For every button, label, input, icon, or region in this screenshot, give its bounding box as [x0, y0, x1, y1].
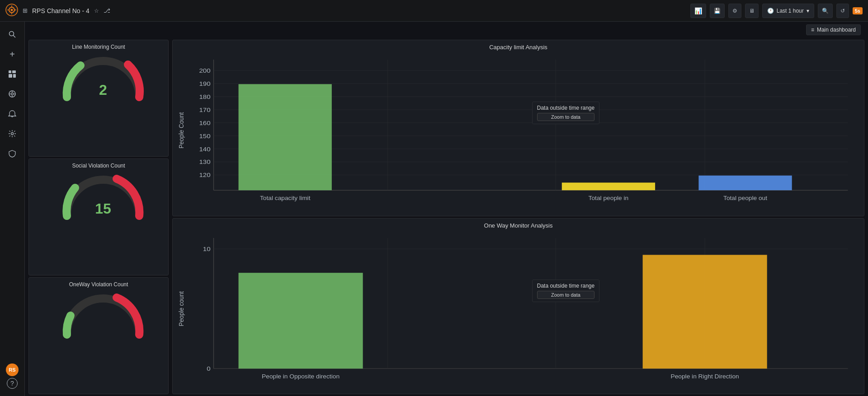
tooltip-text-oneway: Data outside time range	[537, 283, 594, 289]
star-icon[interactable]: ☆	[94, 8, 99, 14]
sidebar-item-explore[interactable]	[3, 85, 21, 103]
svg-text:People count: People count	[178, 291, 185, 326]
sidebar-item-search[interactable]	[3, 25, 21, 43]
oneway-tooltip: Data outside time range Zoom to data	[532, 280, 599, 302]
svg-point-19	[11, 133, 14, 135]
svg-rect-47	[562, 182, 655, 190]
add-panel-icon: 📊	[694, 7, 702, 14]
panel-oneway-violation: OneWay Violation Count	[28, 277, 169, 394]
grafana-logo[interactable]	[5, 4, 18, 18]
tooltip-text-capacity: Data outside time range	[537, 105, 594, 111]
svg-line-8	[13, 35, 15, 37]
svg-text:Total capacity limit: Total capacity limit	[260, 195, 311, 201]
time-range-label: Last 1 hour	[777, 8, 804, 14]
main-dashboard-label: Main dashboard	[817, 27, 856, 33]
svg-text:People Count: People Count	[178, 112, 185, 149]
chart-area-capacity: 200 190 180 170 160 150 140 130 120 Peop…	[176, 54, 860, 212]
sidebar-item-settings[interactable]	[3, 125, 21, 143]
gear-icon: ⚙	[732, 8, 737, 14]
panel-capacity-limit: Capacity limit Analysis	[172, 40, 864, 216]
svg-text:200: 200	[199, 67, 210, 74]
chart-title-oneway: One Way Monitor Analysis	[176, 222, 860, 229]
tv-btn[interactable]: 🖥	[745, 4, 759, 18]
grid-icon: ⊞	[23, 7, 28, 14]
sidebar-item-alerting[interactable]	[3, 105, 21, 123]
svg-rect-63	[643, 255, 767, 368]
gauge-line-monitoring: 2	[58, 52, 139, 97]
panels-container: Line Monitoring Count 2	[25, 38, 868, 396]
save-btn[interactable]: 💾	[710, 4, 725, 18]
panel-social-violation: Social Violation Count 15	[28, 158, 169, 275]
svg-text:140: 140	[199, 145, 210, 152]
dashboard-title: RPS Channel No - 4	[32, 7, 90, 14]
zoom-btn[interactable]: 🔍	[818, 4, 833, 18]
panel-title-social-violation: Social Violation Count	[72, 163, 125, 169]
svg-rect-10	[12, 70, 16, 73]
panel-oneway-monitor: One Way Monitor Analysis	[172, 218, 864, 395]
panel-title-oneway-violation: OneWay Violation Count	[69, 281, 128, 288]
svg-text:170: 170	[199, 107, 210, 113]
right-panels: Capacity limit Analysis	[172, 40, 864, 394]
svg-rect-11	[9, 74, 12, 78]
svg-rect-48	[698, 176, 792, 191]
svg-rect-46	[239, 84, 332, 190]
refresh-btn[interactable]: ↺	[836, 4, 849, 18]
sidebar: +	[0, 22, 25, 396]
refresh-icon: ↺	[840, 8, 845, 14]
zoom-to-data-capacity-btn[interactable]: Zoom to data	[537, 113, 594, 121]
topbar-icons: 📊 💾 ⚙ 🖥 🕐 Last 1 hour ▾ 🔍 ↺ 5s	[690, 4, 863, 18]
main-dashboard-btn[interactable]: ≡ Main dashboard	[806, 24, 861, 35]
chevron-down-icon: ▾	[807, 8, 809, 14]
svg-text:160: 160	[199, 120, 210, 126]
svg-rect-9	[9, 70, 11, 73]
sub-header: ≡ Main dashboard	[25, 22, 868, 38]
svg-text:Total people out: Total people out	[723, 195, 767, 201]
gauge-oneway-violation	[58, 289, 139, 335]
save-icon: 💾	[714, 8, 721, 14]
svg-text:Total people in: Total people in	[589, 195, 629, 201]
capacity-tooltip: Data outside time range Zoom to data	[532, 102, 599, 124]
refresh-interval[interactable]: 5s	[853, 7, 863, 14]
share-icon[interactable]: ⎇	[104, 7, 110, 14]
time-range-btn[interactable]: 🕐 Last 1 hour ▾	[762, 4, 814, 18]
sidebar-item-dashboards[interactable]	[3, 65, 21, 83]
svg-text:180: 180	[199, 93, 210, 100]
svg-text:150: 150	[199, 132, 210, 139]
svg-rect-12	[13, 74, 16, 78]
panel-title-line-monitoring: Line Monitoring Count	[72, 44, 125, 50]
svg-text:15: 15	[95, 200, 111, 217]
left-panels: Line Monitoring Count 2	[28, 40, 169, 394]
svg-text:0: 0	[207, 365, 211, 372]
sidebar-item-shield[interactable]	[3, 144, 21, 163]
svg-text:10: 10	[203, 245, 211, 252]
zoom-to-data-oneway-btn[interactable]: Zoom to data	[537, 291, 594, 299]
svg-point-14	[11, 93, 14, 95]
topbar-left: ⊞ RPS Channel No - 4 ☆ ⎇	[5, 4, 690, 18]
tv-icon: 🖥	[749, 8, 755, 14]
clock-icon: 🕐	[767, 8, 774, 14]
add-panel-btn[interactable]: 📊	[690, 4, 706, 18]
chart-area-oneway: 10 0 People count P	[176, 233, 860, 391]
avatar[interactable]: RS	[6, 363, 19, 376]
svg-text:2: 2	[99, 82, 107, 98]
content-area: ≡ Main dashboard Line Monitoring Count	[25, 22, 868, 396]
zoom-icon: 🔍	[822, 8, 829, 14]
sidebar-item-help[interactable]: ?	[7, 378, 18, 389]
topbar: ⊞ RPS Channel No - 4 ☆ ⎇ 📊 💾 ⚙ 🖥 🕐 Last …	[0, 0, 868, 22]
panel-line-monitoring: Line Monitoring Count 2	[28, 40, 169, 157]
svg-rect-62	[239, 273, 363, 368]
sidebar-bottom: RS ?	[6, 363, 19, 392]
sidebar-item-add[interactable]: +	[3, 45, 21, 63]
svg-point-2	[11, 9, 13, 11]
svg-text:People in Right Direction: People in Right Direction	[670, 373, 739, 379]
svg-text:130: 130	[199, 158, 210, 165]
svg-text:People in Opposite direction: People in Opposite direction	[262, 373, 340, 379]
chart-title-capacity: Capacity limit Analysis	[176, 44, 860, 51]
svg-text:120: 120	[199, 172, 210, 178]
svg-text:190: 190	[199, 80, 210, 87]
gauge-social-violation: 15	[58, 171, 139, 216]
main-layout: +	[0, 22, 868, 396]
menu-icon: ≡	[811, 27, 814, 33]
settings-btn[interactable]: ⚙	[728, 4, 741, 18]
